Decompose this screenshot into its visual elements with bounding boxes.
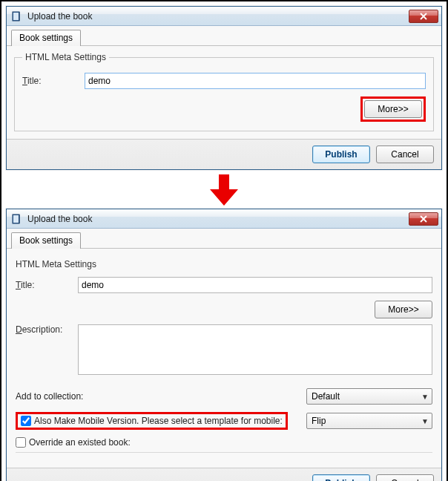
cancel-button[interactable]: Cancel: [376, 474, 434, 481]
description-row: Description:: [16, 324, 432, 375]
close-button[interactable]: [409, 212, 438, 226]
dialog-footer: Publish Cancel: [7, 139, 441, 169]
group-legend: HTML Meta Settings: [16, 259, 432, 269]
book-icon: [11, 10, 23, 22]
override-label-text: Override an existed book:: [29, 437, 131, 448]
mobile-template-value: Flip: [312, 416, 326, 426]
titlebar: Upload the book: [7, 209, 441, 229]
flow-arrow: [6, 173, 442, 207]
tab-book-settings[interactable]: Book settings: [11, 232, 81, 249]
more-row: More>>: [16, 301, 432, 318]
down-arrow-icon: [205, 173, 243, 207]
dialog-footer: Publish Cancel: [7, 468, 441, 481]
dialog-upload-book-compact: Upload the book Book settings HTML Meta …: [6, 6, 442, 170]
dialog-body: HTML Meta Settings Title: More>> Descrip…: [7, 249, 441, 468]
tab-bar: Book settings: [7, 229, 441, 249]
svg-rect-4: [13, 215, 19, 223]
collection-row: Add to collection: Default ▼: [16, 388, 432, 405]
title-input[interactable]: [85, 73, 426, 89]
mobile-template-select[interactable]: Flip ▼: [306, 413, 432, 429]
cancel-button[interactable]: Cancel: [376, 145, 434, 163]
tab-bar: Book settings: [7, 26, 441, 46]
dialog-upload-book-expanded: Upload the book Book settings HTML Meta …: [6, 209, 442, 481]
override-row: Override an existed book:: [16, 437, 432, 448]
more-button[interactable]: More>>: [375, 301, 432, 318]
title-row: Title:: [16, 277, 432, 293]
title-label: Title:: [22, 76, 85, 86]
title-row: Title:: [22, 73, 426, 89]
group-legend: HTML Meta Settings: [22, 52, 109, 62]
tab-book-settings[interactable]: Book settings: [11, 30, 81, 46]
title-input[interactable]: [78, 277, 432, 293]
chevron-down-icon: ▼: [421, 393, 429, 401]
publish-button[interactable]: Publish: [312, 474, 370, 481]
highlight-mobile-option: Also Make Mobile Version. Please select …: [16, 412, 288, 430]
svg-rect-1: [13, 13, 19, 20]
collection-label: Add to collection:: [16, 391, 83, 402]
html-meta-settings-group: HTML Meta Settings Title: More>>: [14, 52, 434, 131]
collection-select-value: Default: [312, 391, 340, 402]
more-button[interactable]: More>>: [364, 100, 422, 118]
override-checkbox[interactable]: [16, 437, 26, 448]
publish-button[interactable]: Publish: [312, 145, 370, 163]
window-title: Upload the book: [27, 11, 409, 22]
mobile-checkbox-label[interactable]: Also Make Mobile Version. Please select …: [21, 416, 283, 426]
override-checkbox-label[interactable]: Override an existed book:: [16, 437, 131, 448]
chevron-down-icon: ▼: [421, 417, 429, 425]
collection-select[interactable]: Default ▼: [306, 388, 432, 405]
title-label: Title:: [16, 280, 78, 290]
window-title: Upload the book: [27, 214, 409, 224]
mobile-row: Also Make Mobile Version. Please select …: [16, 412, 432, 430]
book-icon: [11, 213, 23, 225]
more-row: More>>: [22, 96, 426, 122]
titlebar: Upload the book: [7, 7, 441, 26]
separator: [16, 452, 432, 453]
mobile-checkbox[interactable]: [21, 416, 31, 426]
close-button[interactable]: [409, 10, 438, 23]
description-label: Description:: [16, 324, 78, 335]
html-meta-settings-group: HTML Meta Settings Title: More>> Descrip…: [14, 255, 434, 460]
highlight-more: More>>: [360, 96, 426, 122]
mobile-label-text: Also Make Mobile Version. Please select …: [34, 416, 283, 426]
description-input[interactable]: [78, 324, 432, 375]
dialog-body: HTML Meta Settings Title: More>>: [7, 46, 441, 139]
